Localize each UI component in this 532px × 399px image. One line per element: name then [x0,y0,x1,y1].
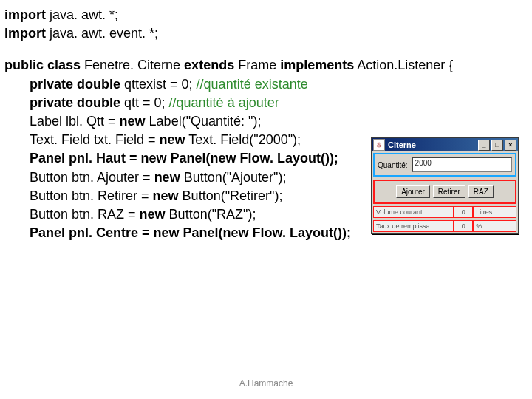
keyword-private: private double [30,77,120,92]
keyword-new: new [153,188,179,203]
ajouter-button[interactable]: Ajouter [396,185,430,198]
window-body: Quantité: 2000 Ajouter Retirer RAZ Volum… [372,151,518,233]
close-button[interactable]: × [505,140,516,151]
keyword-new: new [154,170,180,185]
code-line: public class Fenetre. Citerne extends Fr… [4,56,528,75]
keyword-import: import [4,26,46,41]
retirer-button[interactable]: Retirer [433,185,466,198]
code-line: private double qttexist = 0; //quantité … [4,75,528,94]
window-title: Citerne [388,140,477,149]
code-line: private double qtt = 0; //quantité à ajo… [4,94,528,112]
keyword-import: import [4,7,46,22]
keyword-implements: implements [280,58,354,72]
keyword-private: private double [30,95,120,110]
keyword-new: new [140,207,166,222]
volume-unit: Litres [473,206,516,218]
panel-haut: Quantité: 2000 [373,153,516,177]
panel-centre: Ajouter Retirer RAZ [373,180,516,204]
quantity-label: Quantité: [378,161,408,169]
java-icon: ♨ [373,139,385,151]
keyword-extends: extends [184,58,234,72]
code-line: import java. awt. event. *; [4,24,528,43]
comment: //quantité à ajouter [169,95,279,110]
java-window: ♨ Citerne _ □ × Quantité: 2000 Ajouter R… [371,137,519,234]
titlebar[interactable]: ♨ Citerne _ □ × [372,138,518,151]
raz-button[interactable]: RAZ [468,185,494,198]
blank-line [4,43,528,56]
footer-author: A.Hammache [0,378,532,389]
keyword-new: new [160,132,185,147]
keyword-public-class: public class [4,58,81,72]
volume-label: Volume courant [373,206,454,218]
info-row: Volume courant 0 Litres [373,206,516,218]
quantity-input[interactable]: 2000 [412,157,512,172]
volume-value: 0 [454,206,473,218]
taux-label: Taux de remplissa [373,220,454,232]
maximize-button[interactable]: □ [491,140,503,151]
code-line: Label lbl. Qtt = new Label("Quantité: ")… [4,112,528,131]
comment: //quantité existante [197,77,308,92]
code-line: import java. awt. *; [4,6,528,24]
info-row: Taux de remplissa 0 % [373,220,516,232]
taux-value: 0 [454,220,473,232]
keyword-new: new [120,114,146,129]
taux-unit: % [473,220,516,232]
minimize-button[interactable]: _ [478,140,490,151]
